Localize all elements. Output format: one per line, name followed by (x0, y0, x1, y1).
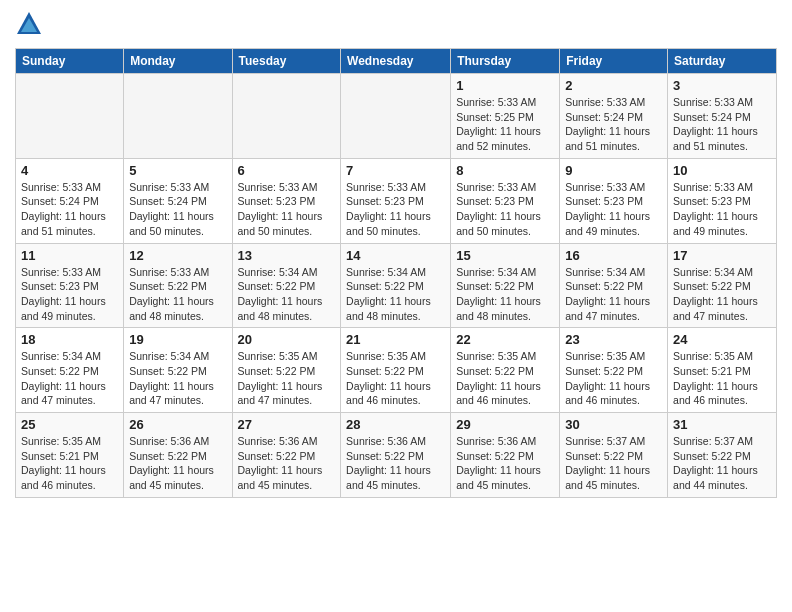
day-detail: Sunrise: 5:34 AMSunset: 5:22 PMDaylight:… (456, 265, 554, 324)
calendar-cell (124, 74, 232, 159)
calendar-cell: 5Sunrise: 5:33 AMSunset: 5:24 PMDaylight… (124, 158, 232, 243)
day-number: 18 (21, 332, 118, 347)
day-number: 5 (129, 163, 226, 178)
day-number: 3 (673, 78, 771, 93)
calendar-cell: 13Sunrise: 5:34 AMSunset: 5:22 PMDayligh… (232, 243, 341, 328)
calendar-cell (341, 74, 451, 159)
day-detail: Sunrise: 5:33 AMSunset: 5:23 PMDaylight:… (673, 180, 771, 239)
calendar-cell: 31Sunrise: 5:37 AMSunset: 5:22 PMDayligh… (668, 413, 777, 498)
day-number: 8 (456, 163, 554, 178)
day-number: 12 (129, 248, 226, 263)
week-row-4: 25Sunrise: 5:35 AMSunset: 5:21 PMDayligh… (16, 413, 777, 498)
day-number: 13 (238, 248, 336, 263)
day-header-wednesday: Wednesday (341, 49, 451, 74)
day-header-tuesday: Tuesday (232, 49, 341, 74)
calendar-cell: 24Sunrise: 5:35 AMSunset: 5:21 PMDayligh… (668, 328, 777, 413)
day-number: 26 (129, 417, 226, 432)
day-number: 10 (673, 163, 771, 178)
day-number: 17 (673, 248, 771, 263)
day-detail: Sunrise: 5:33 AMSunset: 5:23 PMDaylight:… (565, 180, 662, 239)
day-detail: Sunrise: 5:33 AMSunset: 5:24 PMDaylight:… (21, 180, 118, 239)
day-number: 11 (21, 248, 118, 263)
calendar-cell: 20Sunrise: 5:35 AMSunset: 5:22 PMDayligh… (232, 328, 341, 413)
day-detail: Sunrise: 5:33 AMSunset: 5:22 PMDaylight:… (129, 265, 226, 324)
day-detail: Sunrise: 5:35 AMSunset: 5:22 PMDaylight:… (238, 349, 336, 408)
calendar-cell: 26Sunrise: 5:36 AMSunset: 5:22 PMDayligh… (124, 413, 232, 498)
calendar-cell: 22Sunrise: 5:35 AMSunset: 5:22 PMDayligh… (451, 328, 560, 413)
day-header-thursday: Thursday (451, 49, 560, 74)
calendar-cell: 8Sunrise: 5:33 AMSunset: 5:23 PMDaylight… (451, 158, 560, 243)
day-detail: Sunrise: 5:35 AMSunset: 5:22 PMDaylight:… (565, 349, 662, 408)
page: SundayMondayTuesdayWednesdayThursdayFrid… (0, 0, 792, 508)
day-detail: Sunrise: 5:34 AMSunset: 5:22 PMDaylight:… (673, 265, 771, 324)
day-detail: Sunrise: 5:33 AMSunset: 5:23 PMDaylight:… (21, 265, 118, 324)
calendar-cell: 3Sunrise: 5:33 AMSunset: 5:24 PMDaylight… (668, 74, 777, 159)
calendar-cell: 25Sunrise: 5:35 AMSunset: 5:21 PMDayligh… (16, 413, 124, 498)
day-detail: Sunrise: 5:33 AMSunset: 5:24 PMDaylight:… (129, 180, 226, 239)
week-row-0: 1Sunrise: 5:33 AMSunset: 5:25 PMDaylight… (16, 74, 777, 159)
day-number: 7 (346, 163, 445, 178)
day-number: 9 (565, 163, 662, 178)
week-row-3: 18Sunrise: 5:34 AMSunset: 5:22 PMDayligh… (16, 328, 777, 413)
day-header-saturday: Saturday (668, 49, 777, 74)
day-header-monday: Monday (124, 49, 232, 74)
calendar-cell: 17Sunrise: 5:34 AMSunset: 5:22 PMDayligh… (668, 243, 777, 328)
day-detail: Sunrise: 5:36 AMSunset: 5:22 PMDaylight:… (456, 434, 554, 493)
calendar-cell: 11Sunrise: 5:33 AMSunset: 5:23 PMDayligh… (16, 243, 124, 328)
day-detail: Sunrise: 5:35 AMSunset: 5:21 PMDaylight:… (21, 434, 118, 493)
day-number: 23 (565, 332, 662, 347)
calendar-cell (232, 74, 341, 159)
day-number: 25 (21, 417, 118, 432)
calendar-cell: 4Sunrise: 5:33 AMSunset: 5:24 PMDaylight… (16, 158, 124, 243)
day-number: 29 (456, 417, 554, 432)
day-detail: Sunrise: 5:35 AMSunset: 5:22 PMDaylight:… (456, 349, 554, 408)
day-detail: Sunrise: 5:37 AMSunset: 5:22 PMDaylight:… (565, 434, 662, 493)
calendar-cell: 12Sunrise: 5:33 AMSunset: 5:22 PMDayligh… (124, 243, 232, 328)
day-detail: Sunrise: 5:34 AMSunset: 5:22 PMDaylight:… (238, 265, 336, 324)
calendar-cell: 10Sunrise: 5:33 AMSunset: 5:23 PMDayligh… (668, 158, 777, 243)
calendar-cell: 18Sunrise: 5:34 AMSunset: 5:22 PMDayligh… (16, 328, 124, 413)
day-number: 14 (346, 248, 445, 263)
day-number: 24 (673, 332, 771, 347)
logo-icon (15, 10, 43, 38)
day-number: 22 (456, 332, 554, 347)
calendar-cell: 2Sunrise: 5:33 AMSunset: 5:24 PMDaylight… (560, 74, 668, 159)
calendar-cell (16, 74, 124, 159)
day-detail: Sunrise: 5:33 AMSunset: 5:23 PMDaylight:… (238, 180, 336, 239)
day-number: 30 (565, 417, 662, 432)
calendar-cell: 6Sunrise: 5:33 AMSunset: 5:23 PMDaylight… (232, 158, 341, 243)
day-number: 15 (456, 248, 554, 263)
day-detail: Sunrise: 5:34 AMSunset: 5:22 PMDaylight:… (129, 349, 226, 408)
day-number: 28 (346, 417, 445, 432)
day-detail: Sunrise: 5:36 AMSunset: 5:22 PMDaylight:… (346, 434, 445, 493)
day-detail: Sunrise: 5:34 AMSunset: 5:22 PMDaylight:… (565, 265, 662, 324)
calendar-cell: 29Sunrise: 5:36 AMSunset: 5:22 PMDayligh… (451, 413, 560, 498)
day-header-friday: Friday (560, 49, 668, 74)
day-number: 31 (673, 417, 771, 432)
day-detail: Sunrise: 5:34 AMSunset: 5:22 PMDaylight:… (346, 265, 445, 324)
day-number: 4 (21, 163, 118, 178)
day-number: 16 (565, 248, 662, 263)
day-detail: Sunrise: 5:35 AMSunset: 5:21 PMDaylight:… (673, 349, 771, 408)
logo (15, 10, 47, 38)
calendar-cell: 23Sunrise: 5:35 AMSunset: 5:22 PMDayligh… (560, 328, 668, 413)
day-number: 6 (238, 163, 336, 178)
day-header-sunday: Sunday (16, 49, 124, 74)
day-number: 27 (238, 417, 336, 432)
day-detail: Sunrise: 5:33 AMSunset: 5:24 PMDaylight:… (673, 95, 771, 154)
day-number: 21 (346, 332, 445, 347)
day-detail: Sunrise: 5:37 AMSunset: 5:22 PMDaylight:… (673, 434, 771, 493)
week-row-2: 11Sunrise: 5:33 AMSunset: 5:23 PMDayligh… (16, 243, 777, 328)
calendar: SundayMondayTuesdayWednesdayThursdayFrid… (15, 48, 777, 498)
calendar-cell: 19Sunrise: 5:34 AMSunset: 5:22 PMDayligh… (124, 328, 232, 413)
week-row-1: 4Sunrise: 5:33 AMSunset: 5:24 PMDaylight… (16, 158, 777, 243)
day-detail: Sunrise: 5:33 AMSunset: 5:23 PMDaylight:… (456, 180, 554, 239)
day-number: 2 (565, 78, 662, 93)
calendar-cell: 27Sunrise: 5:36 AMSunset: 5:22 PMDayligh… (232, 413, 341, 498)
day-number: 19 (129, 332, 226, 347)
day-detail: Sunrise: 5:34 AMSunset: 5:22 PMDaylight:… (21, 349, 118, 408)
day-number: 1 (456, 78, 554, 93)
calendar-cell: 30Sunrise: 5:37 AMSunset: 5:22 PMDayligh… (560, 413, 668, 498)
calendar-cell: 7Sunrise: 5:33 AMSunset: 5:23 PMDaylight… (341, 158, 451, 243)
day-detail: Sunrise: 5:33 AMSunset: 5:24 PMDaylight:… (565, 95, 662, 154)
